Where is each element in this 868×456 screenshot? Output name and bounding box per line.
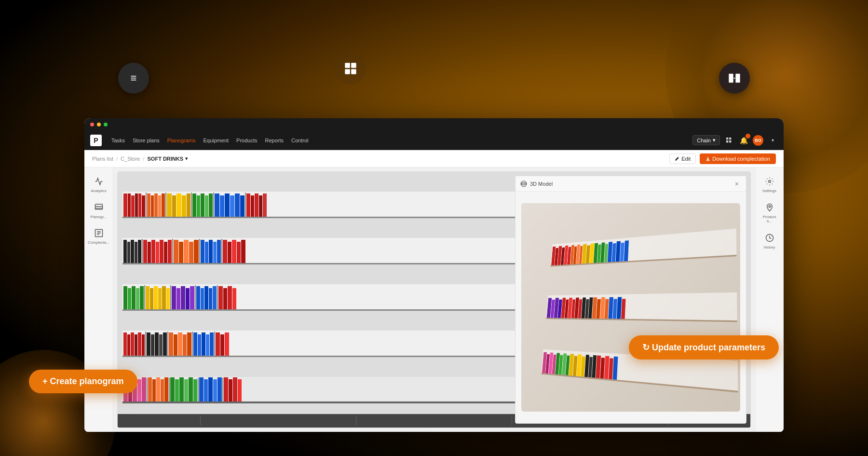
user-avatar[interactable]: BO <box>753 135 763 146</box>
model-panel-title: 3D Model <box>530 181 730 187</box>
browser-window: P Tasks Store plans Planograms Equipment… <box>84 118 784 432</box>
svg-rect-3 <box>351 69 356 74</box>
floating-grid-button[interactable] <box>335 53 366 84</box>
svg-rect-1 <box>351 63 356 68</box>
dot-green <box>104 123 108 126</box>
complectation-icon <box>95 229 103 239</box>
floating-menu-button[interactable]: ≡ <box>118 63 149 94</box>
nav-reports[interactable]: Reports <box>265 138 284 143</box>
nav-planograms[interactable]: Planograms <box>167 138 196 143</box>
analytics-icon <box>95 177 103 188</box>
breadcrumb-bar: Plans list / C_Store / SOFT DRINKS ▾ Edi… <box>84 150 784 167</box>
svg-point-21 <box>768 180 771 183</box>
chain-select[interactable]: Chain ▾ <box>692 135 720 145</box>
breadcrumb-plans-list[interactable]: Plans list <box>92 156 113 162</box>
floating-compare-button[interactable] <box>719 63 750 94</box>
nav-tasks[interactable]: Tasks <box>111 138 125 143</box>
svg-rect-0 <box>345 63 350 68</box>
browser-chrome <box>84 118 784 131</box>
planogram-view[interactable]: 3D Model × <box>117 171 751 428</box>
right-sidebar: Settings Product h... history <box>755 167 784 432</box>
model-panel: 3D Model × <box>515 176 746 424</box>
breadcrumb-current: SOFT DRINKS ▾ <box>148 156 188 162</box>
sidebar-complectation[interactable]: Complecta... <box>86 225 111 249</box>
breadcrumb-cstore[interactable]: C_Store <box>121 156 140 162</box>
planogram-icon <box>95 203 103 214</box>
nav-store-plans[interactable]: Store plans <box>133 138 160 143</box>
app-navbar: P Tasks Store plans Planograms Equipment… <box>84 131 784 150</box>
notification-badge <box>746 134 750 138</box>
breadcrumb-sep-2: / <box>143 156 144 162</box>
model-panel-header: 3D Model × <box>515 176 746 192</box>
edit-button[interactable]: Edit <box>669 153 696 164</box>
analytics-label: Analytics <box>91 189 106 193</box>
breadcrumb-sep-1: / <box>116 156 118 162</box>
download-button[interactable]: Download complectation <box>700 153 776 164</box>
model-panel-body <box>515 192 746 423</box>
fab-update-parameters[interactable]: ↻ Update product parameters <box>629 335 779 359</box>
svg-rect-5 <box>735 74 740 83</box>
nav-links: Tasks Store plans Planograms Equipment P… <box>111 138 683 143</box>
history-icon <box>765 234 774 244</box>
dot-yellow <box>97 123 101 126</box>
sidebar-history[interactable]: history <box>757 230 782 254</box>
breadcrumb-actions: Edit Download complectation <box>669 153 776 164</box>
nav-control[interactable]: Control <box>291 138 308 143</box>
nav-right-section: Chain ▾ 🔔 BO ▾ <box>692 135 778 146</box>
sidebar-settings[interactable]: Settings <box>757 173 782 197</box>
sidebar-product-pin[interactable]: Product h... <box>757 199 782 228</box>
nav-products[interactable]: Products <box>236 138 257 143</box>
center-content: 3D Model × <box>113 167 755 432</box>
complectation-label: Complecta... <box>88 240 109 245</box>
compare-icon <box>728 71 741 85</box>
planogram-label: Planogr... <box>91 215 107 220</box>
svg-rect-9 <box>726 140 728 142</box>
grid-nav-icon[interactable] <box>724 135 734 146</box>
model-panel-close[interactable]: × <box>732 180 741 188</box>
grid-icon <box>344 62 357 75</box>
svg-point-22 <box>769 205 771 207</box>
svg-rect-7 <box>726 137 728 139</box>
svg-rect-2 <box>345 69 350 74</box>
user-dropdown-arrow[interactable]: ▾ <box>767 135 778 146</box>
sidebar-analytics[interactable]: Analytics <box>86 173 111 197</box>
svg-rect-10 <box>729 140 731 142</box>
dot-red <box>90 123 94 126</box>
app-logo: P <box>90 135 102 146</box>
svg-rect-4 <box>729 74 733 83</box>
settings-icon <box>765 177 774 188</box>
notification-icon[interactable]: 🔔 <box>738 135 749 146</box>
product-pin-icon <box>765 203 774 214</box>
fab-create-planogram[interactable]: + Create planogram <box>29 370 137 393</box>
main-area: Analytics Planogr... Complecta... <box>84 167 784 432</box>
nav-equipment[interactable]: Equipment <box>203 138 229 143</box>
svg-rect-8 <box>729 137 731 139</box>
sidebar-planogram[interactable]: Planogr... <box>86 199 111 223</box>
settings-label: Settings <box>762 189 776 193</box>
hamburger-icon: ≡ <box>131 73 137 83</box>
3d-model-icon <box>520 180 527 187</box>
history-label: history <box>764 245 775 250</box>
product-pin-label: Product h... <box>760 215 779 224</box>
